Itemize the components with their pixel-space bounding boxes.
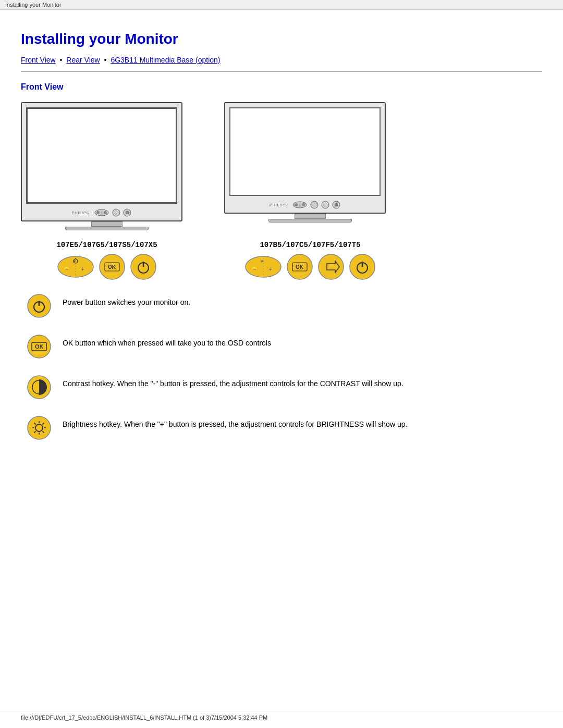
monitor1-brand: PHILIPS <box>72 211 90 215</box>
browser-tab: Installing your Monitor <box>0 0 563 10</box>
svg-text:OK: OK <box>108 264 116 270</box>
group2-btn-extra <box>317 253 345 280</box>
svg-point-11 <box>311 201 318 208</box>
button-group-1: 107E5/107G5/107S5/107X5 ☀ − + <box>21 241 193 280</box>
svg-point-12 <box>322 201 329 208</box>
brightness-icon-container <box>26 415 52 441</box>
page-footer: file:///D|/EDFU/crt_17_5/edoc/ENGLISH/IN… <box>0 711 563 724</box>
ok-icon-container: OK <box>26 334 52 360</box>
page-title: Installing your Monitor <box>21 31 542 47</box>
brightness-button-icon <box>27 416 51 440</box>
monitor-diagram-1: PHILIPS <box>21 102 193 230</box>
svg-text:OK: OK <box>296 264 304 270</box>
brightness-desc-text: Brightness hotkey. When the "+" button i… <box>63 415 407 430</box>
group2-btn-ok: OK <box>286 253 313 280</box>
contrast-desc-text: Contrast hotkey. When the "-" button is … <box>63 374 403 389</box>
contrast-button-icon <box>27 375 51 399</box>
monitor1-btn-oval <box>94 208 109 217</box>
desc-row-contrast: Contrast hotkey. When the "-" button is … <box>21 374 542 400</box>
model-label-2: 107B5/107C5/107F5/107T5 <box>224 241 396 249</box>
monitor2-btn-power <box>332 201 340 209</box>
group1-btn-ok: OK <box>99 253 126 280</box>
monitor1-controls: PHILIPS <box>26 207 177 218</box>
svg-point-9 <box>302 203 305 206</box>
svg-text:−: − <box>65 266 68 272</box>
ok-button-icon: OK <box>27 335 51 359</box>
group1-btn-power <box>130 253 157 280</box>
monitor2-outer: PHILIPS <box>224 102 386 214</box>
group1-btn-oval: ☀ − + <box>57 255 94 278</box>
footer-path: file:///D|/EDFU/crt_17_5/edoc/ENGLISH/IN… <box>21 714 267 721</box>
monitor-diagram-2: PHILIPS <box>224 102 396 223</box>
nav-links: Front View • Rear View • 6G3B11 Multimed… <box>21 56 542 64</box>
monitor2-controls: PHILIPS <box>229 199 381 211</box>
monitor1-screen <box>26 107 177 204</box>
multimedia-base-link[interactable]: 6G3B11 Multimedia Base (option) <box>111 56 220 64</box>
monitor2-stand <box>224 214 396 223</box>
svg-point-14 <box>335 203 338 206</box>
group2-btn-oval: ☀ − + <box>244 255 282 278</box>
power-button-icon <box>27 294 51 318</box>
svg-text:OK: OK <box>35 343 44 350</box>
svg-point-2 <box>104 211 107 214</box>
power-desc-text: Power button switches your monitor on. <box>63 293 190 308</box>
monitors-row: PHILIPS <box>21 102 542 230</box>
ok-desc-text: OK button which when pressed will take y… <box>63 334 271 349</box>
monitor1-btn-power <box>123 208 131 217</box>
svg-text:−: − <box>253 266 256 272</box>
separator2: • <box>104 56 107 64</box>
monitor2-screen <box>229 107 381 196</box>
svg-text:+: + <box>268 266 272 272</box>
button-icons-row-1: ☀ − + OK <box>21 253 193 280</box>
monitor2-btn-circle1 <box>310 201 319 209</box>
rear-view-link[interactable]: Rear View <box>66 56 100 64</box>
monitor2-btn-oval <box>292 201 308 209</box>
svg-point-4 <box>113 209 120 216</box>
monitor1-stand <box>21 221 193 230</box>
svg-point-1 <box>96 211 100 214</box>
group2-btn-power <box>349 253 376 280</box>
svg-text:+: + <box>81 266 84 272</box>
front-view-link[interactable]: Front View <box>21 56 56 64</box>
divider <box>21 71 542 72</box>
monitor2-btn-circle2 <box>321 201 329 209</box>
separator1: • <box>60 56 63 64</box>
monitor1-outer: PHILIPS <box>21 102 182 221</box>
button-group-2: 107B5/107C5/107F5/107T5 ☀ − + OK <box>224 241 396 280</box>
svg-point-49 <box>28 416 51 439</box>
monitor2-brand: PHILIPS <box>270 203 287 207</box>
power-icon-container <box>26 293 52 319</box>
contrast-icon-container <box>26 374 52 400</box>
desc-row-brightness: Brightness hotkey. When the "+" button i… <box>21 415 542 441</box>
model-label-1: 107E5/107G5/107S5/107X5 <box>21 241 193 249</box>
button-labels-row: 107E5/107G5/107S5/107X5 ☀ − + <box>21 241 542 280</box>
svg-point-8 <box>295 203 298 206</box>
desc-row-ok: OK OK button which when pressed will tak… <box>21 334 542 360</box>
svg-point-6 <box>126 211 129 214</box>
monitor1-btn-circle1 <box>112 208 120 217</box>
desc-row-power: Power button switches your monitor on. <box>21 293 542 319</box>
front-view-title: Front View <box>21 82 542 92</box>
button-icons-row-2: ☀ − + OK <box>224 253 396 280</box>
front-view-section: Front View PHILIPS <box>21 82 542 441</box>
